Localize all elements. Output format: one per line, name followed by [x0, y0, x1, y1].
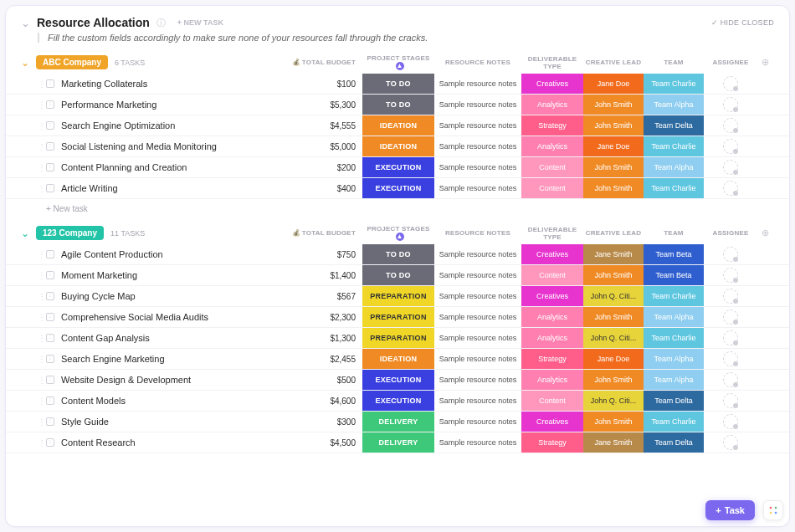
add-column-icon[interactable]: ⊕	[757, 228, 774, 238]
hide-closed-toggle[interactable]: ✓ HIDE CLOSED	[711, 18, 774, 27]
task-status-checkbox[interactable]	[46, 100, 54, 109]
cell-notes[interactable]: Sample resource notes	[434, 163, 521, 171]
cell-stage[interactable]: DELIVERY	[362, 432, 434, 453]
cell-assignee[interactable]	[704, 181, 757, 196]
cell-lead[interactable]: John Smith	[583, 157, 644, 177]
assignee-avatar-placeholder[interactable]	[723, 309, 738, 325]
assignee-avatar-placeholder[interactable]	[723, 76, 738, 91]
cell-deliverable[interactable]: Strategy	[521, 349, 583, 369]
task-row[interactable]: ⋮⋮ Content Research $4,500 DELIVERY Samp…	[6, 432, 789, 453]
col-stage[interactable]: PROJECT STAGES▲	[362, 54, 434, 70]
cell-assignee[interactable]	[704, 268, 757, 283]
cell-stage[interactable]: PREPARATION	[362, 307, 434, 327]
col-stage[interactable]: PROJECT STAGES▲	[362, 225, 434, 241]
cell-lead[interactable]: John Smith	[583, 307, 644, 327]
cell-notes[interactable]: Sample resource notes	[434, 79, 521, 88]
drag-handle-icon[interactable]: ⋮⋮	[38, 292, 46, 301]
cell-team[interactable]: Team Charlie	[644, 412, 704, 432]
cell-lead[interactable]: Jane Smith	[583, 244, 644, 264]
assignee-avatar-placeholder[interactable]	[723, 247, 738, 262]
col-assignee[interactable]: ASSIGNEE	[704, 229, 757, 237]
assignee-avatar-placeholder[interactable]	[723, 160, 738, 175]
cell-stage[interactable]: TO DO	[362, 74, 434, 94]
task-name[interactable]: Comprehensive Social Media Audits	[61, 312, 289, 322]
col-deliverable[interactable]: DELIVERABLE TYPE	[521, 226, 583, 241]
cell-deliverable[interactable]: Analytics	[521, 95, 583, 115]
cell-assignee[interactable]	[704, 330, 757, 345]
assignee-avatar-placeholder[interactable]	[723, 97, 738, 112]
cell-notes[interactable]: Sample resource notes	[434, 184, 521, 192]
drag-handle-icon[interactable]: ⋮⋮	[38, 271, 46, 280]
cell-deliverable[interactable]: Analytics	[521, 136, 583, 156]
col-team[interactable]: TEAM	[644, 59, 704, 66]
cell-deliverable[interactable]: Creatives	[521, 74, 583, 94]
cell-deliverable[interactable]: Analytics	[521, 370, 583, 390]
col-notes[interactable]: RESOURCE NOTES	[434, 59, 521, 66]
cell-assignee[interactable]	[704, 414, 757, 429]
drag-handle-icon[interactable]: ⋮⋮	[38, 334, 46, 343]
group-collapse-icon[interactable]: ⌄	[21, 228, 29, 239]
task-name[interactable]: Style Guide	[61, 417, 289, 427]
cell-notes[interactable]: Sample resource notes	[434, 121, 521, 130]
cell-notes[interactable]: Sample resource notes	[434, 250, 521, 258]
task-name[interactable]: Buying Cycle Map	[61, 291, 289, 301]
drag-handle-icon[interactable]: ⋮⋮	[38, 250, 46, 259]
task-status-checkbox[interactable]	[46, 396, 54, 405]
task-row[interactable]: ⋮⋮ Agile Content Production $750 TO DO S…	[6, 244, 789, 265]
task-name[interactable]: Content Planning and Creation	[61, 162, 289, 172]
cell-team[interactable]: Team Charlie	[644, 178, 704, 198]
cell-deliverable[interactable]: Content	[521, 178, 583, 198]
drag-handle-icon[interactable]: ⋮⋮	[38, 417, 46, 427]
cell-budget[interactable]: $2,300	[289, 313, 362, 322]
cell-notes[interactable]: Sample resource notes	[434, 417, 521, 426]
drag-handle-icon[interactable]: ⋮⋮	[38, 376, 46, 385]
task-status-checkbox[interactable]	[46, 355, 54, 363]
cell-stage[interactable]: PREPARATION	[362, 328, 434, 348]
assignee-avatar-placeholder[interactable]	[723, 118, 738, 133]
new-task-fab[interactable]: + Task	[705, 500, 755, 520]
assignee-avatar-placeholder[interactable]	[723, 181, 738, 196]
cell-stage[interactable]: IDEATION	[362, 115, 434, 136]
cell-budget[interactable]: $100	[289, 79, 362, 89]
cell-deliverable[interactable]: Creatives	[521, 412, 583, 432]
cell-assignee[interactable]	[704, 435, 757, 450]
cell-budget[interactable]: $750	[289, 250, 362, 259]
task-name[interactable]: Social Listening and Media Monitoring	[61, 141, 289, 151]
drag-handle-icon[interactable]: ⋮⋮	[38, 355, 46, 364]
cell-budget[interactable]: $400	[289, 184, 362, 193]
col-team[interactable]: TEAM	[644, 229, 704, 237]
cell-lead[interactable]: John Smith	[583, 95, 644, 115]
cell-lead[interactable]: John Q. Citi...	[583, 391, 644, 411]
cell-stage[interactable]: EXECUTION	[362, 391, 434, 411]
cell-assignee[interactable]	[704, 309, 757, 325]
drag-handle-icon[interactable]: ⋮⋮	[38, 142, 46, 151]
task-status-checkbox[interactable]	[46, 142, 54, 151]
cell-assignee[interactable]	[704, 351, 757, 366]
cell-assignee[interactable]	[704, 97, 757, 112]
cell-notes[interactable]: Sample resource notes	[434, 396, 521, 405]
task-status-checkbox[interactable]	[46, 271, 54, 279]
task-status-checkbox[interactable]	[46, 121, 54, 130]
drag-handle-icon[interactable]: ⋮⋮	[38, 79, 46, 89]
task-status-checkbox[interactable]	[46, 376, 54, 384]
cell-team[interactable]: Team Alpha	[644, 349, 704, 369]
cell-stage[interactable]: EXECUTION	[362, 157, 434, 177]
cell-lead[interactable]: Jane Doe	[583, 349, 644, 369]
col-budget[interactable]: TOTAL BUDGET	[289, 229, 362, 237]
cell-assignee[interactable]	[704, 160, 757, 175]
cell-notes[interactable]: Sample resource notes	[434, 376, 521, 384]
cell-budget[interactable]: $1,400	[289, 271, 362, 280]
cell-lead[interactable]: John Smith	[583, 115, 644, 136]
task-status-checkbox[interactable]	[46, 163, 54, 171]
cell-deliverable[interactable]: Content	[521, 157, 583, 177]
assignee-avatar-placeholder[interactable]	[723, 330, 738, 345]
task-row[interactable]: ⋮⋮ Content Gap Analysis $1,300 PREPARATI…	[6, 328, 789, 349]
cell-assignee[interactable]	[704, 118, 757, 133]
cell-notes[interactable]: Sample resource notes	[434, 438, 521, 447]
cell-budget[interactable]: $5,000	[289, 142, 362, 151]
drag-handle-icon[interactable]: ⋮⋮	[38, 184, 46, 193]
assignee-avatar-placeholder[interactable]	[723, 435, 738, 450]
task-status-checkbox[interactable]	[46, 292, 54, 300]
drag-handle-icon[interactable]: ⋮⋮	[38, 100, 46, 110]
task-row[interactable]: ⋮⋮ Search Engine Optimization $4,555 IDE…	[6, 115, 789, 136]
